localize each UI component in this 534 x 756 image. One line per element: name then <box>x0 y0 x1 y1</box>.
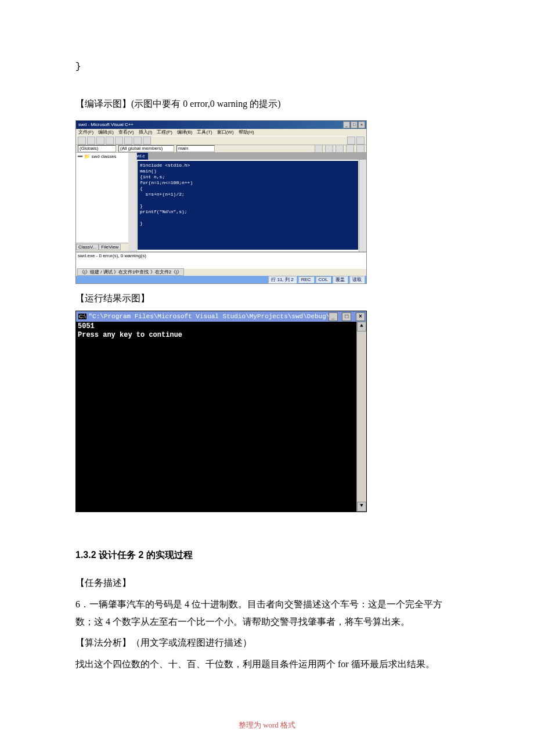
sidebar-tab: ClassV... <box>76 244 99 250</box>
output-tab: 《|》组建 / 调试 》在文件1中查找 》在文件2《|》 <box>77 268 184 276</box>
menu-item: 窗口(W) <box>217 129 234 135</box>
maximize-icon: □ <box>351 121 358 128</box>
toolbar-btn-icon <box>134 136 142 145</box>
ide-toolbar <box>76 136 366 145</box>
algo-body: 找出这个四位数的个、十、百、千位数，利用题目条件运用两个 for 循环最后求出结… <box>75 656 459 673</box>
toolbar-btn-icon <box>315 145 323 153</box>
output-text: swd.exe - 0 error(s), 0 warning(s) <box>76 253 366 269</box>
globals-dropdown: (Globals) <box>78 145 116 152</box>
toolbar-btn-icon <box>143 136 151 145</box>
toolbar-btn-icon <box>96 136 104 145</box>
toolbar-btn-icon <box>106 136 114 145</box>
ide-output: swd.exe - 0 error(s), 0 warning(s) 《|》组建… <box>76 251 366 276</box>
toolbar-btn-icon <box>356 136 365 145</box>
close-icon: × <box>356 312 365 321</box>
menu-item: 编辑(E) <box>98 129 114 135</box>
status-cell: COL <box>316 276 331 283</box>
task-body: 6．一辆肇事汽车的号码是 4 位十进制数。目击者向交警描述这个车号：这是一个完全… <box>75 596 459 631</box>
toolbar-btn-icon <box>87 136 95 145</box>
task-label: 【任务描述】 <box>75 574 459 592</box>
toolbar-btn-icon <box>124 136 132 145</box>
toolbar-btn-icon <box>325 145 333 153</box>
menu-item: 工程(P) <box>157 129 172 135</box>
menu-item: 插入(I) <box>139 129 153 135</box>
ide-title: swd - Microsoft Visual C++ <box>78 122 134 127</box>
ide-sidebar: ➖ 📁 swd classes <box>76 153 131 243</box>
algo-label: 【算法分析】（用文字或流程图进行描述） <box>75 634 459 651</box>
menu-item: 查看(V) <box>118 129 134 135</box>
menu-item: 工具(T) <box>197 129 212 135</box>
scroll-up-icon: ▲ <box>357 322 366 332</box>
status-cell: REC <box>298 276 314 283</box>
maximize-icon: □ <box>342 312 351 321</box>
run-caption: 【运行结果示图】 <box>75 290 459 307</box>
func-dropdown: main <box>176 145 215 152</box>
status-cell: 读取 <box>349 276 365 283</box>
ide-statusbar: 行 11, 列 2 REC COL 覆盖 读取 <box>76 276 366 283</box>
scrollbar-icon: ▲ ▼ <box>356 322 366 512</box>
ide-titlebar: swd - Microsoft Visual C++ _ □ × <box>76 121 366 129</box>
toolbar-btn-icon <box>356 145 365 153</box>
toolbar-btn-icon <box>347 136 355 145</box>
console-line-2: Press any key to continue <box>78 331 182 339</box>
console-screenshot: C:\ "C:\Program Files\Microsoft Visual S… <box>75 311 367 512</box>
close-icon: × <box>358 121 365 128</box>
minimize-icon: _ <box>343 121 350 128</box>
toolbar-btn-icon <box>346 145 354 153</box>
toolbar-btn-icon <box>78 136 86 145</box>
cmd-icon: C:\ <box>78 314 86 319</box>
menu-item: 编译(B) <box>177 129 193 135</box>
sidebar-item-label: swd classes <box>91 154 116 159</box>
members-dropdown: (All global members) <box>118 145 174 152</box>
sidebar-tabs: ClassV... FileView <box>76 243 128 251</box>
console-output: 5051 Press any key to continue <box>76 322 356 512</box>
console-line-1: 5051 <box>78 322 95 330</box>
status-cell: 覆盖 <box>333 276 348 283</box>
minimize-icon: _ <box>329 312 338 321</box>
menu-item: 帮助(H) <box>239 129 254 135</box>
compile-caption: 【编译示图】(示图中要有 0 error,0 warning 的提示) <box>75 95 459 113</box>
scroll-down-icon: ▼ <box>357 502 366 512</box>
section-heading: 1.3.2 设计任务 2 的实现过程 <box>75 549 459 561</box>
toolbar-btn-icon <box>115 136 123 145</box>
ide-gutter <box>128 153 137 251</box>
status-cursor-pos: 行 11, 列 2 <box>268 276 296 283</box>
ide-menubar: 文件(F) 编辑(E) 查看(V) 插入(I) 工程(P) 编译(B) 工具(T… <box>76 129 366 136</box>
console-title-text: "C:\Program Files\Microsoft Visual Studi… <box>89 313 329 320</box>
ide-screenshot: swd - Microsoft Visual C++ _ □ × 文件(F) 编… <box>75 120 367 284</box>
tree-item: ➖ 📁 swd classes <box>77 154 129 159</box>
ide-code: #include <stdio.h> main() {int n,s; for(… <box>138 161 358 250</box>
page-footer: 整理为 word 格式 <box>0 720 534 730</box>
closing-brace: } <box>75 58 459 75</box>
toolbar-btn-icon <box>335 145 344 153</box>
sidebar-tab: FileView <box>99 244 121 250</box>
scrollbar-icon <box>359 160 366 251</box>
ide-editor: swd.c #include <stdio.h> main() {int n,s… <box>128 153 366 251</box>
menu-item: 文件(F) <box>78 129 93 135</box>
console-titlebar: C:\ "C:\Program Files\Microsoft Visual S… <box>76 311 366 322</box>
ide-class-bar: (Globals) (All global members) main <box>76 145 366 153</box>
ide-tabstrip: swd.c <box>128 153 366 160</box>
output-tabs: 《|》组建 / 调试 》在文件1中查找 》在文件2《|》 <box>76 269 366 276</box>
